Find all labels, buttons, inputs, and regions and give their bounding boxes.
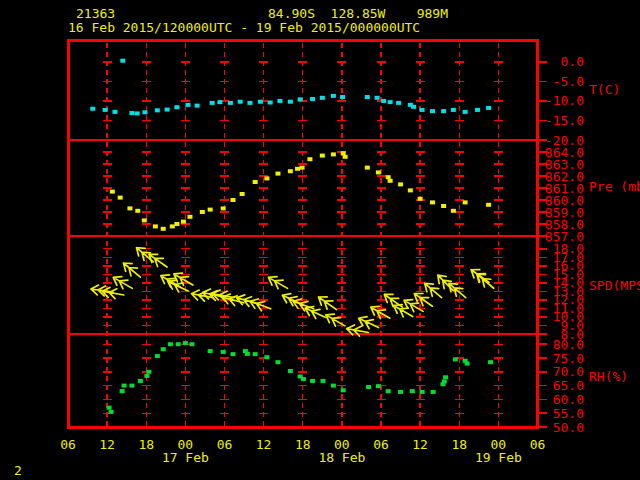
data-point bbox=[398, 390, 403, 394]
time-period: 16 Feb 2015/120000UTC - 19 Feb 2015/0000… bbox=[68, 21, 420, 35]
y-tick-label: -5.0 bbox=[553, 74, 584, 89]
plot-area: 0.0-5.0-10.0-15.0-20.0T(C)864.0863.0862.… bbox=[0, 0, 640, 480]
x-hour-label: 18 bbox=[138, 437, 154, 452]
data-point bbox=[155, 108, 160, 112]
data-point bbox=[129, 111, 134, 115]
data-point bbox=[386, 175, 391, 179]
data-point bbox=[118, 196, 123, 200]
data-point bbox=[443, 375, 448, 379]
data-point bbox=[331, 384, 336, 388]
data-point bbox=[486, 203, 491, 207]
data-point bbox=[408, 188, 413, 192]
data-point bbox=[451, 209, 456, 213]
data-point bbox=[153, 224, 158, 228]
data-point bbox=[288, 369, 293, 373]
data-point bbox=[90, 107, 95, 111]
panel-unit-label: RH(%) bbox=[589, 369, 628, 384]
data-point bbox=[142, 218, 147, 222]
meteogram-svg: 0.0-5.0-10.0-15.0-20.0T(C)864.0863.0862.… bbox=[0, 0, 640, 480]
data-point bbox=[181, 220, 186, 224]
x-hour-label: 18 bbox=[451, 437, 467, 452]
data-point bbox=[200, 210, 205, 214]
data-point bbox=[176, 342, 181, 346]
data-point bbox=[310, 97, 315, 101]
data-point bbox=[109, 410, 114, 414]
data-point bbox=[264, 355, 269, 359]
data-point bbox=[127, 206, 132, 210]
data-point bbox=[107, 406, 112, 410]
data-point bbox=[388, 100, 393, 104]
x-hour-label: 06 bbox=[373, 437, 389, 452]
data-point bbox=[277, 99, 282, 103]
x-day-label: 18 Feb bbox=[318, 450, 365, 465]
x-hour-label: 06 bbox=[530, 437, 546, 452]
data-point bbox=[168, 342, 173, 346]
data-point bbox=[228, 101, 233, 105]
data-point bbox=[410, 389, 415, 393]
data-point bbox=[418, 197, 423, 201]
wind-barb bbox=[323, 311, 347, 331]
data-point bbox=[463, 110, 468, 114]
data-point bbox=[122, 384, 127, 388]
data-point bbox=[247, 101, 252, 105]
y-tick-label: 60.0 bbox=[553, 392, 584, 407]
data-point bbox=[135, 209, 140, 213]
data-point bbox=[161, 347, 166, 351]
data-point bbox=[110, 190, 115, 194]
data-point bbox=[138, 379, 143, 383]
data-point bbox=[275, 360, 280, 364]
x-hour-label: 18 bbox=[295, 437, 311, 452]
data-point bbox=[161, 227, 166, 231]
data-point bbox=[386, 389, 391, 393]
data-point bbox=[420, 108, 425, 112]
data-point bbox=[365, 95, 370, 99]
data-point bbox=[189, 342, 194, 346]
data-point bbox=[431, 390, 436, 394]
data-point bbox=[441, 204, 446, 208]
data-point bbox=[195, 104, 200, 108]
data-point bbox=[298, 97, 303, 101]
data-point bbox=[365, 166, 370, 170]
data-point bbox=[174, 222, 179, 226]
data-point bbox=[210, 101, 215, 105]
data-point bbox=[310, 379, 315, 383]
series-relative_humidity bbox=[107, 341, 493, 414]
station-location: 84.90S 128.85W 989M bbox=[268, 7, 448, 21]
data-point bbox=[258, 100, 263, 104]
data-point bbox=[488, 360, 493, 364]
gridlines bbox=[103, 43, 547, 428]
data-point bbox=[376, 384, 381, 388]
wind-barb bbox=[434, 272, 457, 295]
data-point bbox=[320, 379, 325, 383]
y-tick-label: 55.0 bbox=[553, 406, 584, 421]
y-tick-label: 75.0 bbox=[553, 351, 584, 366]
panel-unit-label: SPD(MPS) bbox=[589, 278, 640, 293]
data-point bbox=[155, 354, 160, 358]
data-point bbox=[301, 377, 306, 381]
wind-barb bbox=[101, 286, 124, 300]
x-day-label: 17 Feb bbox=[162, 450, 209, 465]
data-point bbox=[245, 352, 250, 356]
y-tick-label: 70.0 bbox=[553, 364, 584, 379]
data-point bbox=[320, 154, 325, 158]
wind-barb bbox=[346, 324, 369, 338]
data-point bbox=[420, 390, 425, 394]
data-point bbox=[238, 100, 243, 104]
data-point bbox=[253, 180, 258, 184]
data-point bbox=[208, 349, 213, 353]
data-point bbox=[217, 100, 222, 104]
data-point bbox=[430, 109, 435, 113]
x-hour-label: 06 bbox=[217, 437, 233, 452]
data-point bbox=[120, 389, 125, 393]
data-point bbox=[388, 179, 393, 183]
data-point bbox=[221, 350, 226, 354]
data-point bbox=[144, 374, 149, 378]
data-point bbox=[381, 99, 386, 103]
station-id: 21363 bbox=[76, 7, 115, 21]
data-point bbox=[146, 370, 151, 374]
data-point bbox=[486, 106, 491, 110]
data-point bbox=[451, 108, 456, 112]
meteogram-screen: 21363 84.90S 128.85W 989M 16 Feb 2015/12… bbox=[0, 0, 640, 480]
data-point bbox=[465, 362, 470, 366]
data-point bbox=[120, 59, 125, 63]
